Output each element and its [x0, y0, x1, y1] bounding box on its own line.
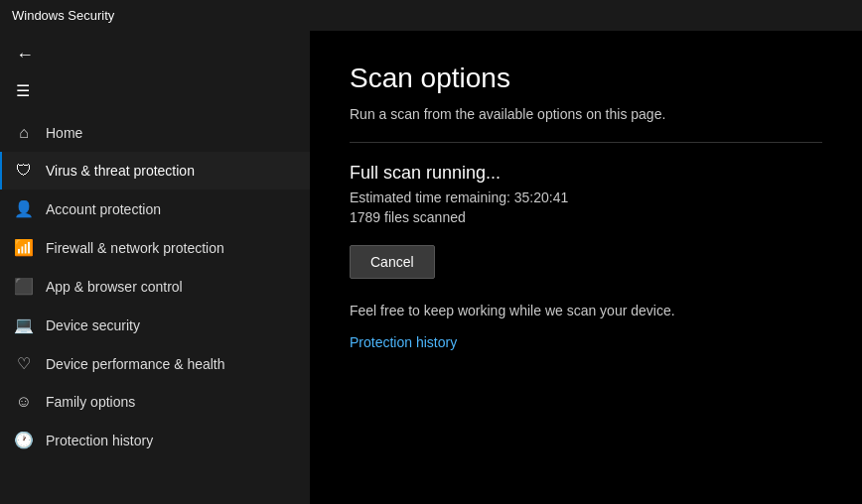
device-performance-icon: ♡	[14, 354, 34, 373]
sidebar-item-app-browser[interactable]: ⬛App & browser control	[0, 267, 310, 306]
protection-history-nav-label: Protection history	[46, 433, 153, 448]
divider	[350, 142, 822, 143]
virus-threat-label: Virus & threat protection	[46, 163, 195, 179]
virus-threat-icon: 🛡	[14, 162, 34, 180]
firewall-label: Firewall & network protection	[46, 240, 224, 256]
family-options-label: Family options	[46, 394, 135, 410]
home-label: Home	[46, 125, 82, 141]
main-content: Scan options Run a scan from the availab…	[310, 31, 862, 504]
title-bar: Windows Security	[0, 0, 862, 31]
device-security-icon: 💻	[14, 315, 34, 334]
nav-items-container: ⌂Home🛡Virus & threat protection👤Account …	[0, 114, 310, 459]
sidebar-item-firewall[interactable]: 📶Firewall & network protection	[0, 228, 310, 267]
sidebar-top: ← ☰	[0, 31, 310, 114]
account-protection-label: Account protection	[46, 201, 161, 217]
device-performance-label: Device performance & health	[46, 356, 225, 372]
cancel-button[interactable]: Cancel	[350, 245, 435, 279]
firewall-icon: 📶	[14, 238, 34, 257]
feel-free-text: Feel free to keep working while we scan …	[350, 303, 822, 318]
account-protection-icon: 👤	[14, 199, 34, 218]
sidebar-item-account-protection[interactable]: 👤Account protection	[0, 189, 310, 228]
back-button[interactable]: ←	[12, 39, 298, 71]
app-title: Windows Security	[12, 8, 114, 23]
sidebar-item-virus-threat[interactable]: 🛡Virus & threat protection	[0, 152, 310, 189]
protection-history-nav-icon: 🕐	[14, 431, 34, 449]
sidebar-item-family-options[interactable]: ☺Family options	[0, 383, 310, 421]
protection-history-link[interactable]: Protection history	[350, 334, 457, 350]
sidebar-item-device-performance[interactable]: ♡Device performance & health	[0, 344, 310, 383]
home-icon: ⌂	[14, 124, 34, 142]
sidebar-item-protection-history-nav[interactable]: 🕐Protection history	[0, 421, 310, 459]
page-subtitle: Run a scan from the available options on…	[350, 106, 822, 122]
sidebar: ← ☰ ⌂Home🛡Virus & threat protection👤Acco…	[0, 31, 310, 504]
main-container: ← ☰ ⌂Home🛡Virus & threat protection👤Acco…	[0, 31, 862, 504]
page-title: Scan options	[350, 63, 822, 94]
device-security-label: Device security	[46, 317, 140, 333]
sidebar-item-home[interactable]: ⌂Home	[0, 114, 310, 152]
scan-status: Full scan running...	[350, 163, 822, 184]
estimated-time: Estimated time remaining: 35:20:41	[350, 189, 822, 205]
hamburger-icon[interactable]: ☰	[12, 75, 298, 106]
app-browser-label: App & browser control	[46, 279, 183, 295]
sidebar-item-device-security[interactable]: 💻Device security	[0, 306, 310, 344]
app-browser-icon: ⬛	[14, 277, 34, 296]
family-options-icon: ☺	[14, 393, 34, 411]
files-scanned: 1789 files scanned	[350, 209, 822, 225]
